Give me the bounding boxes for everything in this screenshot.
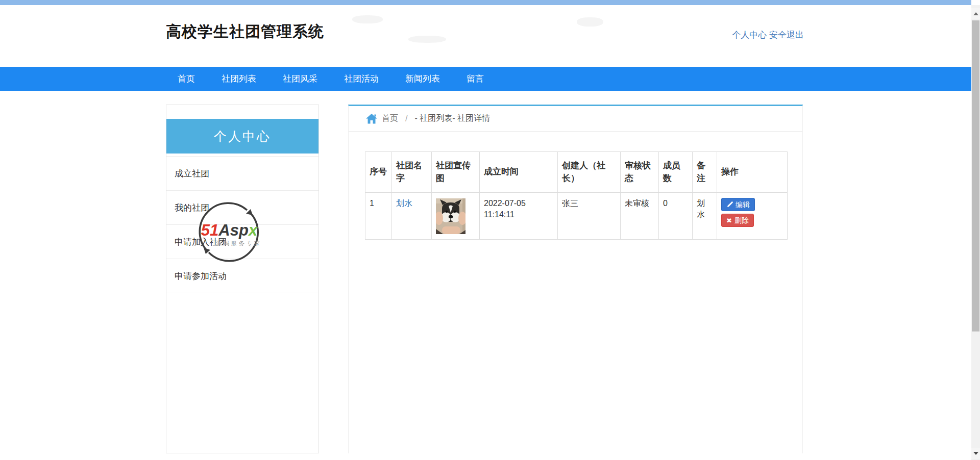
scrollbar-down-button[interactable] bbox=[971, 448, 980, 459]
cell-club-image bbox=[432, 193, 480, 240]
col-remark: 备注 bbox=[693, 152, 717, 193]
page-title: 高校学生社团管理系统 bbox=[166, 21, 324, 42]
club-name-link[interactable]: 划水 bbox=[396, 199, 412, 208]
table-row: 1 划水 bbox=[365, 193, 788, 240]
scroll-up-icon bbox=[973, 12, 978, 15]
header-links: 个人中心 安全退出 bbox=[732, 29, 804, 41]
scroll-down-icon bbox=[973, 452, 978, 455]
edit-button[interactable]: 编辑 bbox=[721, 198, 755, 211]
cell-index: 1 bbox=[365, 193, 392, 240]
profile-link[interactable]: 个人中心 bbox=[732, 30, 767, 40]
screen: 高校学生社团管理系统 个人中心 安全退出 首页 社团列表 社团风采 社团活动 新… bbox=[0, 0, 980, 460]
cell-founded-time: 2022-07-05 11:14:11 bbox=[480, 193, 558, 240]
pencil-icon bbox=[726, 201, 733, 208]
delete-button[interactable]: ✖ 删除 bbox=[721, 214, 754, 227]
actions-group: 编辑 ✖ 删除 bbox=[721, 198, 783, 227]
club-table: 序号 社团名字 社团宣传图 成立时间 创建人（社长） 审核状态 成员数 备注 操… bbox=[365, 151, 788, 240]
home-icon bbox=[366, 114, 377, 124]
content-panel: 首页 / - 社团列表- 社团详情 序号 社团名字 社团宣传图 成立时间 创建人… bbox=[348, 105, 803, 453]
col-member-count: 成员数 bbox=[659, 152, 693, 193]
nav-club-activity[interactable]: 社团活动 bbox=[331, 67, 392, 91]
scrollbar[interactable] bbox=[971, 5, 980, 460]
cell-member-count: 0 bbox=[659, 193, 693, 240]
col-audit-status: 审核状态 bbox=[621, 152, 659, 193]
nav-home[interactable]: 首页 bbox=[164, 67, 208, 91]
breadcrumb-current: - 社团列表- 社团详情 bbox=[414, 113, 490, 124]
cell-club-name: 划水 bbox=[392, 193, 432, 240]
x-icon: ✖ bbox=[726, 217, 732, 224]
background-smudge bbox=[352, 15, 383, 23]
col-club-image: 社团宣传图 bbox=[432, 152, 480, 193]
breadcrumb-home-link[interactable]: 首页 bbox=[382, 113, 398, 124]
sidebar: 个人中心 成立社团 我的社团 申请加入社团 申请参加活动 bbox=[166, 105, 319, 453]
cell-creator: 张三 bbox=[558, 193, 621, 240]
col-creator: 创建人（社长） bbox=[558, 152, 621, 193]
nav-club-style[interactable]: 社团风采 bbox=[270, 67, 331, 91]
nav-news-list[interactable]: 新闻列表 bbox=[392, 67, 453, 91]
sidebar-item-my-clubs[interactable]: 我的社团 bbox=[166, 191, 318, 225]
cell-remark: 划水 bbox=[693, 193, 717, 240]
background-smudge bbox=[577, 17, 603, 27]
edit-button-label: 编辑 bbox=[736, 201, 750, 208]
main-nav: 首页 社团列表 社团风采 社团活动 新闻列表 留言 bbox=[0, 67, 971, 91]
sidebar-menu: 成立社团 我的社团 申请加入社团 申请参加活动 bbox=[166, 156, 318, 293]
breadcrumb: 首页 / - 社团列表- 社团详情 bbox=[349, 106, 802, 132]
cell-audit-status: 未审核 bbox=[621, 193, 659, 240]
breadcrumb-separator: / bbox=[405, 114, 407, 123]
col-index: 序号 bbox=[365, 152, 392, 193]
logout-link[interactable]: 安全退出 bbox=[769, 30, 804, 40]
nav-message[interactable]: 留言 bbox=[453, 67, 497, 91]
col-club-name: 社团名字 bbox=[392, 152, 432, 193]
sidebar-item-create-club[interactable]: 成立社团 bbox=[166, 157, 318, 191]
col-founded-time: 成立时间 bbox=[480, 152, 558, 193]
husky-puppy-photo bbox=[436, 198, 465, 234]
background-smudge bbox=[408, 36, 446, 43]
sidebar-item-apply-join-activity[interactable]: 申请参加活动 bbox=[166, 259, 318, 293]
nav-club-list[interactable]: 社团列表 bbox=[208, 67, 270, 91]
sidebar-item-apply-join-club[interactable]: 申请加入社团 bbox=[166, 225, 318, 259]
browser-top-strip bbox=[0, 0, 971, 5]
scrollbar-up-button[interactable] bbox=[971, 8, 980, 19]
delete-button-label: 删除 bbox=[734, 217, 749, 224]
cell-actions: 编辑 ✖ 删除 bbox=[717, 193, 788, 240]
col-actions: 操作 bbox=[717, 152, 788, 193]
scrollbar-thumb[interactable] bbox=[972, 20, 979, 331]
table-header-row: 序号 社团名字 社团宣传图 成立时间 创建人（社长） 审核状态 成员数 备注 操… bbox=[365, 152, 788, 193]
sidebar-title: 个人中心 bbox=[166, 119, 318, 154]
